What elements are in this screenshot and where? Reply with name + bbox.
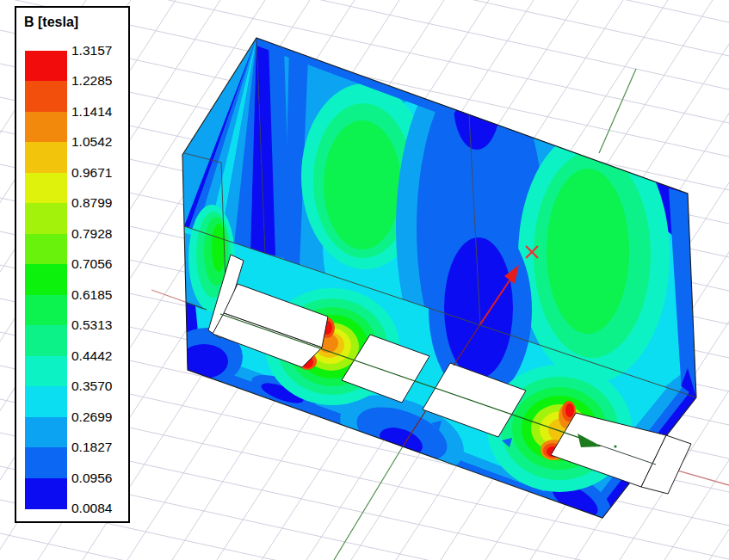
legend-scale-label: 0.8799	[71, 195, 112, 212]
legend-scale-label: 0.2699	[71, 409, 112, 426]
legend-title: B [tesla]	[24, 15, 78, 30]
legend-color-band	[25, 203, 67, 234]
legend-scale-label: 0.3570	[71, 378, 112, 395]
legend-color-band	[25, 81, 67, 112]
legend-scale-label: 1.3157	[71, 43, 112, 59]
legend-color-band	[25, 417, 67, 448]
legend-scale-label: 0.7056	[71, 256, 112, 273]
legend-scale-label: 0.0956	[71, 471, 112, 487]
legend-color-band	[25, 142, 67, 173]
legend-scale-label: 0.4442	[71, 348, 112, 365]
legend-color-band	[25, 325, 67, 356]
legend-scale-label: 1.1414	[71, 104, 112, 120]
legend-scale-label: 1.0542	[71, 134, 112, 151]
legend-scale-label: 0.1827	[71, 440, 112, 456]
field-legend: B [tesla] 1.31571.22851.14141.05420.9671…	[15, 6, 130, 523]
legend-scale-label: 0.7928	[71, 226, 112, 243]
legend-scale-label: 0.9671	[71, 165, 112, 182]
maxwell-viewport[interactable]: B [tesla] 1.31571.22851.14141.05420.9671…	[0, 0, 729, 560]
legend-color-band	[25, 173, 67, 204]
legend-color-band	[25, 386, 67, 417]
legend-scale-label: 0.6185	[71, 287, 112, 304]
legend-color-band	[25, 478, 67, 509]
legend-color-band	[25, 264, 67, 295]
legend-color-band	[25, 356, 67, 387]
legend-scale-label: 1.2285	[71, 73, 112, 89]
legend-color-band	[25, 112, 67, 143]
legend-color-band	[25, 234, 67, 265]
legend-scale-label: 0.0084	[71, 501, 112, 517]
legend-scale-label: 0.5313	[71, 317, 112, 334]
legend-color-band	[25, 51, 67, 82]
legend-color-band	[25, 447, 67, 478]
legend-color-band	[25, 295, 67, 326]
